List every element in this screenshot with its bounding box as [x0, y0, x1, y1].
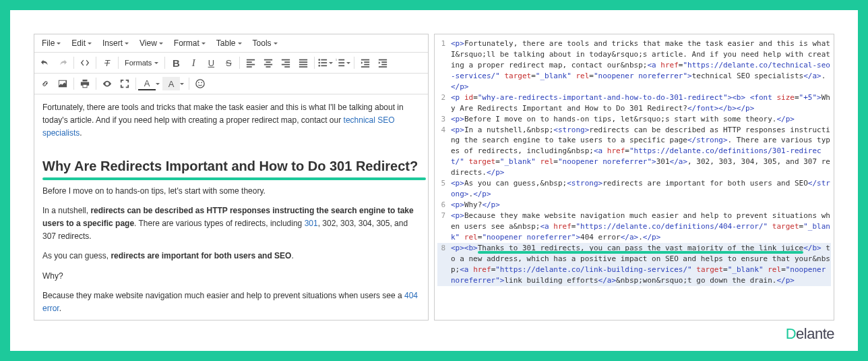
- menu-edit[interactable]: Edit: [67, 36, 96, 50]
- outdent-button[interactable]: [356, 55, 374, 71]
- undo-button[interactable]: [36, 55, 54, 71]
- image-button[interactable]: [54, 76, 71, 92]
- code-line: 2<p id="why-are-redirects-important-and-…: [437, 92, 831, 114]
- print-button[interactable]: [76, 76, 94, 92]
- code-button[interactable]: [76, 55, 94, 71]
- align-left-button[interactable]: [242, 55, 259, 71]
- menu-table[interactable]: Table: [212, 36, 246, 50]
- menu-file[interactable]: File: [38, 36, 65, 50]
- code-line: 7<p>Because they make website navigation…: [437, 211, 831, 243]
- bg-color-button[interactable]: A: [162, 77, 180, 90]
- editor-content[interactable]: Fortunately, there are tools and tricks …: [34, 94, 428, 320]
- code-line: 5<p>As you can guess,&nbsp;<strong>redir…: [437, 178, 831, 200]
- italic-button[interactable]: I: [185, 55, 202, 71]
- align-center-button[interactable]: [259, 55, 277, 71]
- align-right-button[interactable]: [277, 55, 294, 71]
- font-color-button[interactable]: A: [138, 77, 156, 90]
- editor-frame: File Edit Insert View Format Table Tools…: [10, 10, 858, 351]
- code-line: 4<p>In a nutshell,&nbsp;<strong>redirect…: [437, 125, 831, 179]
- redo-button[interactable]: [54, 55, 71, 71]
- clear-format-button[interactable]: T: [98, 55, 116, 71]
- number-list-button[interactable]: 1: [334, 55, 352, 71]
- code-line: 1<p>Fortunately, there are tools and tri…: [437, 38, 831, 92]
- emoji-button[interactable]: [191, 76, 209, 92]
- menu-insert[interactable]: Insert: [98, 36, 133, 50]
- paragraph: Why?: [42, 270, 420, 283]
- link-301[interactable]: 301: [305, 219, 318, 228]
- toolbar-row-2: A A: [34, 74, 428, 94]
- wysiwyg-pane: File Edit Insert View Format Table Tools…: [34, 34, 429, 321]
- source-code-pane[interactable]: 1<p>Fortunately, there are tools and tri…: [434, 34, 834, 321]
- bold-button[interactable]: B: [167, 55, 185, 71]
- svg-point-6: [201, 82, 202, 83]
- menubar: File Edit Insert View Format Table Tools: [34, 34, 428, 53]
- paragraph: Fortunately, there are tools and tricks …: [42, 101, 420, 140]
- paragraph: As you can guess, redirects are importan…: [42, 250, 420, 262]
- svg-text:1: 1: [336, 59, 337, 61]
- code-line-highlighted: 8<p><b>Thanks to 301 redirects, you can …: [437, 243, 831, 286]
- toolbar-row-1: T Formats B I U S 1: [34, 53, 428, 74]
- link-button[interactable]: [36, 76, 54, 92]
- indent-button[interactable]: [374, 55, 392, 71]
- heading-h2: Why Are Redirects Important and How to D…: [42, 155, 418, 177]
- underline-button[interactable]: U: [202, 55, 220, 71]
- svg-point-4: [196, 80, 204, 88]
- menu-format[interactable]: Format: [170, 36, 210, 50]
- svg-point-0: [319, 59, 321, 61]
- paragraph: Before I move on to hands-on tips, let's…: [42, 185, 420, 198]
- bullet-list-button[interactable]: [317, 55, 334, 71]
- fullscreen-button[interactable]: [116, 76, 133, 92]
- align-justify-button[interactable]: [294, 55, 312, 71]
- svg-point-2: [319, 65, 321, 67]
- delante-logo: Delante: [786, 325, 834, 343]
- svg-point-1: [319, 62, 321, 64]
- menu-tools[interactable]: Tools: [249, 36, 282, 50]
- svg-point-5: [198, 82, 199, 83]
- menu-view[interactable]: View: [135, 36, 167, 50]
- code-line: 6<p>Why?</p>: [437, 200, 831, 211]
- code-line: 3<p>Before I move on to hands-on tips, l…: [437, 114, 831, 125]
- formats-dropdown[interactable]: Formats: [121, 55, 162, 71]
- preview-button[interactable]: [98, 76, 116, 92]
- strike-button[interactable]: S: [220, 55, 237, 71]
- paragraph: In a nutshell, redirects can be describe…: [42, 204, 420, 244]
- paragraph: Because they make website navigation muc…: [42, 289, 420, 315]
